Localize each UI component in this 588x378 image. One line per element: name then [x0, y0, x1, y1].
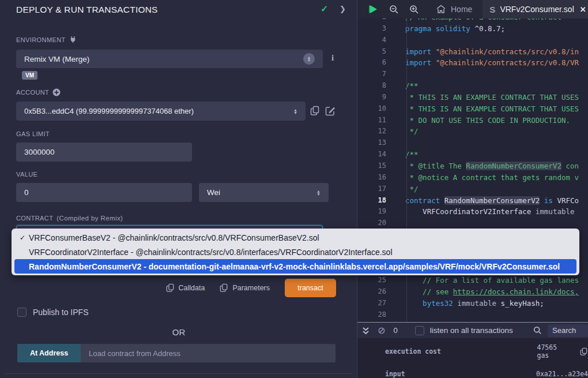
zoom-out-button[interactable]	[384, 5, 404, 14]
vm-badge: VM	[22, 71, 37, 80]
value-input[interactable]: 0	[16, 183, 192, 202]
line-number: 27	[357, 298, 399, 309]
code-line: 11 * DO NOT USE THIS CODE IN PRODUCTION.	[357, 115, 588, 126]
code-line: 18contract RandomNumberConsumerV2 is VRF…	[357, 195, 588, 207]
tab-active-file[interactable]: S VRFv2Consumer.sol ✕	[483, 0, 588, 18]
contract-option-label: VRFConsumerBaseV2 - @chainlink/contracts…	[29, 233, 319, 242]
terminal-detail-row: input0xa21...a23e4	[357, 360, 588, 378]
copy-icon	[310, 106, 320, 116]
value-label: VALUE	[16, 171, 37, 178]
terminal-output: execution cost47565 gasinput0xa21...a23e…	[357, 338, 588, 378]
copy-parameters-button[interactable]: Parameters	[220, 283, 270, 293]
environment-label: ENVIRONMENT	[16, 36, 66, 43]
value-unit: Wei	[207, 188, 220, 197]
code-line: 12 */	[357, 126, 588, 137]
listen-all-transactions-checkbox[interactable]	[415, 326, 424, 335]
selected-check-icon: ✓	[20, 234, 29, 242]
home-icon	[436, 5, 446, 14]
copy-icon[interactable]	[580, 347, 588, 356]
contract-option[interactable]: RandomNumberConsumerV2 - documentation-g…	[14, 259, 576, 274]
terminal-detail-value: 0xa21...a23e4	[536, 370, 588, 378]
code-line: 9 * THIS IS AN EXAMPLE CONTRACT THAT USE…	[357, 92, 588, 103]
collapse-panel-chevron-icon[interactable]: ❯	[340, 5, 346, 13]
zoom-in-icon	[409, 5, 419, 14]
contract-option-label: VRFCoordinatorV2Interface - @chainlink/c…	[29, 248, 393, 257]
at-address-input[interactable]	[81, 344, 336, 362]
add-account-icon[interactable]	[52, 88, 61, 96]
copy-calldata-button[interactable]: Calldata	[166, 283, 205, 293]
listen-all-transactions-label: listen on all transactions	[424, 326, 527, 335]
edit-account-button[interactable]	[325, 106, 336, 116]
line-number: 16	[357, 172, 399, 184]
line-number: 10	[357, 103, 399, 115]
code-line: 10 * THIS IS AN EXAMPLE CONTRACT THAT US…	[357, 103, 588, 115]
terminal-search-icon	[527, 326, 548, 335]
value-unit-select[interactable]: Wei ▲▼	[199, 183, 329, 202]
contract-label: CONTRACT	[16, 215, 53, 222]
code-line: 14/**	[357, 149, 588, 160]
publish-ipfs-label: Publish to IPFS	[33, 308, 89, 317]
code-line: 17 */	[357, 184, 588, 195]
plug-icon	[69, 36, 77, 43]
line-number: 4	[357, 35, 399, 46]
terminal-search-input[interactable]	[548, 324, 588, 337]
solidity-file-icon: S	[489, 5, 495, 14]
deploy-run-panel: DEPLOY & RUN TRANSACTIONS ✓ ❯ ENVIRONMEN…	[0, 0, 357, 378]
contract-option-label: RandomNumberConsumerV2 - documentation-g…	[29, 262, 560, 271]
run-script-button[interactable]	[357, 3, 384, 15]
gutter-divider	[406, 18, 407, 322]
editor-tabbar: Home S VRFv2Consumer.sol ✕	[357, 0, 588, 18]
line-number: 12	[357, 126, 399, 137]
value-amount: 0	[24, 188, 29, 197]
gas-limit-input[interactable]: 3000000	[16, 143, 192, 162]
line-number: 7	[357, 69, 399, 80]
line-number: 13	[357, 137, 399, 149]
code-line: 5import "@chainlink/contracts/src/v0.8/i…	[357, 46, 588, 58]
tab-active-label: VRFv2Consumer.sol	[500, 5, 574, 14]
tab-home[interactable]: Home	[429, 0, 479, 18]
line-number: 20	[357, 218, 399, 229]
line-number: 8	[357, 80, 399, 92]
select-arrows-icon: ▲▼	[303, 53, 315, 65]
terminal-detail-key: input	[385, 370, 536, 378]
line-number: 11	[357, 115, 399, 126]
contract-dropdown-list: ✓VRFConsumerBaseV2 - @chainlink/contract…	[12, 229, 579, 275]
calldata-label: Calldata	[179, 284, 205, 292]
at-address-button[interactable]: At Address	[17, 344, 81, 362]
environment-info-icon[interactable]: i	[331, 53, 334, 63]
code-line: 8/**	[357, 80, 588, 92]
line-number: 15	[357, 160, 399, 172]
terminal-expand-button[interactable]	[357, 327, 373, 335]
publish-ipfs-checkbox[interactable]	[17, 308, 27, 317]
tab-home-label: Home	[451, 5, 472, 14]
line-number: 28	[357, 309, 399, 321]
code-line: 15 * @title The RandomNumberConsumerV2 c…	[357, 160, 588, 172]
gas-limit-label: GAS LIMIT	[16, 130, 50, 137]
terminal-detail-key: execution cost	[385, 347, 537, 355]
copy-account-button[interactable]	[310, 106, 320, 116]
zoom-in-button[interactable]	[404, 5, 424, 14]
tab-close-icon[interactable]: ✕	[580, 5, 586, 14]
edit-icon	[325, 106, 336, 116]
transact-button[interactable]: transact	[285, 279, 336, 297]
terminal-detail-value: 47565 gas	[537, 343, 572, 360]
environment-select[interactable]: Remix VM (Merge) ▲▼	[16, 50, 323, 68]
contract-option[interactable]: ✓VRFConsumerBaseV2 - @chainlink/contract…	[12, 230, 579, 245]
double-chevron-down-icon	[362, 327, 370, 335]
code-line: 16 * @notice A contract that gets random…	[357, 172, 588, 184]
contract-option[interactable]: VRFCoordinatorV2Interface - @chainlink/c…	[12, 245, 579, 259]
line-number: 5	[357, 46, 399, 58]
contract-sublabel: (Compiled by Remix)	[56, 215, 123, 222]
code-line: 28	[357, 309, 588, 321]
code-editor-panel[interactable]: 2// An example of a consumer contract3pr…	[357, 0, 588, 378]
code-line: 13	[357, 137, 588, 149]
code-line: 6import "@chainlink/contracts/src/v0.8/V…	[357, 57, 588, 69]
code-line: 3pragma solidity ^0.8.7;	[357, 23, 588, 35]
line-number: 18	[357, 195, 399, 207]
select-arrows-icon: ▲▼	[316, 190, 321, 196]
clear-console-icon[interactable]: ⊘	[373, 325, 390, 336]
code-line: 27 bytes32 immutable s_keyHash;	[357, 298, 588, 309]
pending-tx-count: 0	[390, 326, 405, 335]
select-arrows-icon: ▲▼	[293, 108, 297, 114]
account-select[interactable]: 0x5B3...eddC4 (99.99999999999997374068 e…	[16, 102, 306, 121]
